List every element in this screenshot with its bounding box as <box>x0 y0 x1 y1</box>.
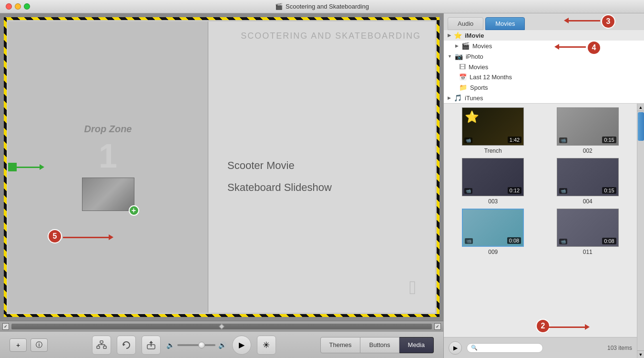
media-item-002[interactable]: 0:15 📹 002 <box>542 107 634 154</box>
timeline-checkbox-left[interactable]: ✓ <box>2 323 9 330</box>
svg-rect-1 <box>97 346 100 348</box>
imovie-icon: ⭐ <box>454 32 462 39</box>
004-duration: 0:15 <box>602 187 616 194</box>
media-item-trench[interactable]: ⭐ 1:42 📹 Trench <box>448 107 539 154</box>
source-item-itunes[interactable]: ▶ 🎵 iTunes <box>444 93 644 103</box>
media-item-011[interactable]: 0:08 📹 011 <box>542 209 634 255</box>
left-panel: Drop Zone 1 + SCOOTERING AND SKATEBOARDI… <box>0 13 443 358</box>
audio-tab[interactable]: Audio <box>448 17 483 30</box>
svg-rect-0 <box>100 341 103 343</box>
sports-folder-icon: 📁 <box>459 84 467 91</box>
media-content: ⭐ 1:42 📹 Trench 0:15 📹 <box>444 104 637 358</box>
003-label: 003 <box>488 198 498 205</box>
volume-slider[interactable] <box>177 344 215 346</box>
spinner-button[interactable]: ✳ <box>257 336 276 355</box>
002-label: 002 <box>583 147 593 154</box>
volume-icon-high: 🔊 <box>218 341 226 349</box>
slide-link-1: Scooter Movie <box>227 159 332 172</box>
titlebar: 🎬 Scootering and Skateboarding <box>0 0 644 13</box>
iphoto-icon: 📷 <box>455 53 463 60</box>
film-icon: 🎞 <box>459 63 466 71</box>
source-item-iphoto[interactable]: ▼ 📷 iPhoto <box>444 51 644 62</box>
scroll-down-button[interactable]: ▼ <box>637 350 644 358</box>
media-bottom-bar: ▶ 🔍 103 items <box>444 337 637 358</box>
media-tab[interactable]: Media <box>399 337 434 353</box>
network-button[interactable] <box>92 336 111 355</box>
media-grid-scroll[interactable]: ⭐ 1:42 📹 Trench 0:15 📹 <box>444 104 637 337</box>
source-item-movies[interactable]: ▶ 🎬 Movies <box>444 41 644 51</box>
011-video-icon: 📹 <box>559 239 567 244</box>
source-list: ▶ ⭐ iMovie ▶ 🎬 Movies ▼ 📷 iPhoto 🎞 Movie… <box>444 30 644 104</box>
share-button[interactable] <box>142 336 161 355</box>
info-button[interactable]: ⓘ <box>31 338 48 352</box>
volume-knob[interactable] <box>198 342 205 348</box>
svg-rect-2 <box>103 346 106 348</box>
scroll-thumb[interactable] <box>638 112 644 141</box>
apple-logo:  <box>409 277 416 298</box>
002-video-icon: 📹 <box>559 137 567 143</box>
preview-canvas: Drop Zone 1 + SCOOTERING AND SKATEBOARDI… <box>7 20 437 314</box>
source-item-sports[interactable]: 📁 Sports <box>444 82 644 93</box>
004-label: 004 <box>583 198 593 205</box>
play-button[interactable]: ▶ <box>232 336 251 355</box>
toolbar-center: 🔈 🔊 ▶ ✳ <box>92 336 276 355</box>
media-play-button[interactable]: ▶ <box>449 341 462 355</box>
011-duration: 0:08 <box>602 238 616 244</box>
drop-zone-number: 1 <box>99 139 117 173</box>
toolbar-left: + ⓘ <box>10 338 48 352</box>
003-video-icon: 📹 <box>464 188 472 194</box>
source-item-last12[interactable]: 📅 Last 12 Months <box>444 72 644 82</box>
themes-tab[interactable]: Themes <box>320 337 361 353</box>
volume-icon-low: 🔈 <box>166 341 174 349</box>
right-panel: Audio Movies ▶ ⭐ iMovie ▶ 🎬 Movies ▼ 📷 i… <box>443 13 644 358</box>
movies-tab[interactable]: Movies <box>485 17 525 30</box>
svg-marker-7 <box>123 343 125 346</box>
004-video-icon: 📹 <box>559 188 567 194</box>
timeline-bar: ✓ ✓ <box>0 321 443 331</box>
timeline-playhead <box>219 324 224 329</box>
slide-link-2: Skateboard Slideshow <box>227 181 332 194</box>
svg-marker-8 <box>149 341 153 343</box>
drop-zone-arrow <box>8 163 41 171</box>
expand-icon-itunes: ▶ <box>448 95 451 100</box>
drop-zone-thumbnail: + <box>82 178 134 211</box>
trench-video-icon: 📹 <box>464 137 472 143</box>
vertical-scrollbar[interactable]: ▲ ▼ <box>637 104 644 358</box>
movies-folder-icon: 🎬 <box>461 42 470 50</box>
trench-label: Trench <box>484 147 502 154</box>
toolbar-right: Themes Buttons Media <box>320 337 434 353</box>
drop-zone-label: Drop Zone <box>84 124 132 135</box>
011-label: 011 <box>583 249 593 255</box>
expand-icon: ▶ <box>448 33 451 38</box>
media-item-003[interactable]: 0:12 📹 003 <box>448 158 539 205</box>
items-count: 103 items <box>607 345 632 351</box>
calendar-icon: 📅 <box>459 74 467 81</box>
source-item-iphoto-movies[interactable]: 🎞 Movies <box>444 62 644 72</box>
main-container: Drop Zone 1 + SCOOTERING AND SKATEBOARDI… <box>0 13 644 358</box>
buttons-tab[interactable]: Buttons <box>360 337 399 353</box>
media-item-004[interactable]: 0:15 📹 004 <box>542 158 634 205</box>
009-label: 009 <box>488 249 498 255</box>
search-input[interactable] <box>480 345 539 351</box>
media-section: ⭐ 1:42 📹 Trench 0:15 📹 <box>444 104 644 358</box>
volume-control: 🔈 🔊 <box>166 341 226 349</box>
bottom-toolbar: + ⓘ <box>0 331 443 358</box>
expand-icon-movies: ▶ <box>455 43 459 48</box>
close-button[interactable] <box>6 3 12 10</box>
drop-zone-panel[interactable]: Drop Zone 1 + <box>8 21 208 313</box>
scroll-up-button[interactable]: ▲ <box>637 104 644 111</box>
expand-icon-iphoto: ▼ <box>448 54 452 59</box>
add-button[interactable]: + <box>10 338 27 352</box>
window-controls <box>6 3 30 10</box>
trench-duration: 1:42 <box>508 137 521 143</box>
timeline-track[interactable] <box>11 324 432 329</box>
window-title: 🎬 Scootering and Skateboarding <box>275 3 369 10</box>
minimize-button[interactable] <box>15 3 21 10</box>
media-item-009[interactable]: 0:08 📹 009 <box>448 209 539 255</box>
itunes-icon: 🎵 <box>454 94 462 102</box>
refresh-button[interactable] <box>117 336 136 355</box>
source-item-imovie[interactable]: ▶ ⭐ iMovie <box>444 30 644 41</box>
search-box[interactable]: 🔍 <box>467 343 543 353</box>
maximize-button[interactable] <box>24 3 30 10</box>
timeline-checkbox-right[interactable]: ✓ <box>434 323 441 330</box>
